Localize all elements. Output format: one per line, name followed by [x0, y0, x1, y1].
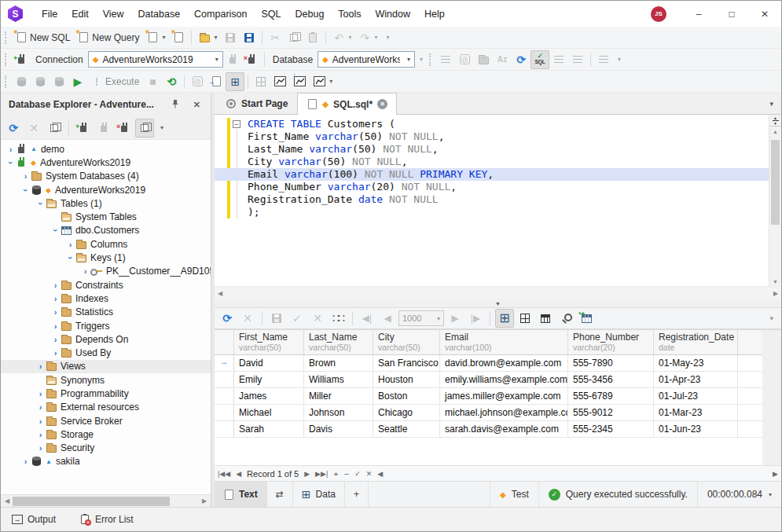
column-header-city[interactable]: Cityvarchar(50) — [373, 330, 440, 354]
grid-cell[interactable]: 01-Jul-23 — [654, 388, 738, 404]
grid-cell[interactable]: David — [234, 355, 304, 371]
menu-help[interactable]: Help — [417, 1, 452, 27]
grid-cell[interactable]: 555-6789 — [568, 388, 654, 404]
tree-item-keys-1[interactable]: ›Keys (1) — [1, 251, 211, 264]
grid-cell[interactable]: Boston — [373, 388, 440, 404]
output-button[interactable]: → Output — [12, 514, 56, 525]
tree-item-statistics[interactable]: ›Statistics — [1, 306, 211, 319]
word-wrap-button[interactable] — [594, 50, 613, 69]
tree-item-tables-1[interactable]: ›Tables (1) — [1, 196, 211, 210]
open-file-button[interactable]: ▾ — [195, 28, 221, 47]
tree-item-indexes[interactable]: ›Indexes — [1, 292, 211, 305]
database-combo[interactable]: ◆AdventureWorks20...▾ — [318, 51, 415, 68]
grid-cell[interactable]: 01-Mar-23 — [654, 405, 738, 420]
expander-icon[interactable]: › — [51, 226, 61, 236]
duplicate-button[interactable] — [135, 119, 154, 138]
stop-button[interactable]: ■ — [143, 72, 162, 91]
expander-icon[interactable]: › — [80, 266, 90, 276]
user-avatar[interactable]: JS — [651, 6, 666, 22]
tab-data[interactable]: ⊞ Data — [293, 482, 345, 507]
new-sql-button[interactable]: *New SQL — [12, 28, 74, 47]
column-header-first_name[interactable]: First_Namevarchar(50) — [234, 330, 304, 354]
save-button[interactable] — [221, 28, 240, 47]
refresh-grid-button[interactable]: ⟳ — [218, 309, 237, 328]
grid-cell[interactable]: Brown — [304, 355, 373, 371]
indent-button[interactable] — [568, 50, 587, 69]
tree-item-used-by[interactable]: ›Used By — [1, 346, 211, 359]
next-page-button[interactable]: ▶ — [446, 309, 464, 328]
new-query-button[interactable]: *New Query — [74, 28, 143, 47]
windows-button[interactable] — [45, 119, 64, 138]
grid-cell[interactable]: 01-Apr-23 — [654, 372, 738, 387]
execute-special-button[interactable]: !Execute — [87, 72, 143, 91]
connect-button[interactable] — [223, 50, 242, 69]
menu-database[interactable]: Database — [131, 1, 188, 27]
expander-icon[interactable]: › — [36, 198, 46, 208]
grid-cell[interactable]: 555-3456 — [568, 372, 654, 387]
card-view-button[interactable] — [516, 309, 534, 328]
tree-item-depends-on[interactable]: ›Depends On — [1, 332, 211, 346]
new-table-button[interactable]: ⊞ — [226, 72, 244, 91]
expander-icon[interactable]: › — [50, 348, 61, 358]
add-result-tab-button[interactable]: + — [345, 482, 369, 507]
swap-view-button[interactable]: ⇄ — [267, 482, 293, 507]
maximize-button[interactable]: □ — [715, 1, 748, 27]
export-data-button[interactable] — [267, 309, 286, 328]
script-doc-button[interactable]: → — [207, 72, 226, 91]
explorer-more-button[interactable]: ▾ — [156, 119, 167, 138]
expander-icon[interactable]: › — [50, 281, 61, 290]
tree-item-views[interactable]: ›Views — [1, 360, 211, 373]
last-record-icon[interactable]: ▶▶| — [315, 470, 328, 478]
expander-icon[interactable]: › — [65, 240, 75, 249]
scroll-left-icon[interactable]: ◀ — [215, 290, 226, 297]
grid-cell[interactable]: 555-9012 — [568, 405, 654, 420]
results-more-caret-icon[interactable]: ▾ — [769, 314, 773, 322]
tree-item-pk-customer-a9d1053[interactable]: ›PK__Customer__A9D1053 — [1, 265, 211, 278]
tree-item-sakila[interactable]: ›▲sakila — [1, 455, 211, 468]
tree-item-storage[interactable]: ›Storage — [1, 427, 211, 441]
new-file-button[interactable]: * — [169, 28, 188, 47]
format-button[interactable]: @ — [455, 50, 474, 69]
export-grid-button[interactable]: ↪ — [577, 309, 596, 328]
results-collapse-handle[interactable]: ▼ — [215, 299, 781, 307]
minimize-button[interactable]: – — [682, 1, 715, 27]
first-record-icon[interactable]: |◀◀ — [218, 470, 230, 478]
expander-icon[interactable]: › — [35, 389, 46, 398]
delete-record-icon[interactable]: − — [344, 469, 349, 479]
database-more-button[interactable]: ▾ — [415, 50, 427, 69]
new-connection-button[interactable]: + — [74, 119, 93, 138]
column-header-last_name[interactable]: Last_Namevarchar(50) — [304, 330, 373, 354]
menu-sql[interactable]: SQL — [254, 1, 288, 27]
scroll-right-icon[interactable]: ▶ — [199, 497, 210, 504]
cut-button[interactable]: ✂ — [266, 28, 285, 47]
scroll-right-icon[interactable]: ▶ — [770, 290, 781, 297]
tree-item-constraints[interactable]: ›Constraints — [1, 278, 211, 292]
menu-file[interactable]: File — [35, 1, 64, 27]
scroll-thumb[interactable] — [771, 140, 780, 225]
first-page-button[interactable]: ◀| — [358, 309, 376, 328]
expander-icon[interactable]: › — [50, 335, 61, 344]
menu-debug[interactable]: Debug — [288, 1, 332, 27]
grid-cell[interactable]: Emily — [234, 372, 304, 387]
tree-item-programmability[interactable]: ›Programmability — [1, 387, 211, 400]
rollback-button[interactable]: ✕ — [308, 309, 327, 328]
grid-cell[interactable]: 01-May-23 — [654, 355, 738, 371]
connect-button[interactable] — [94, 119, 113, 138]
snippets-button[interactable] — [474, 50, 493, 69]
grid-cell[interactable]: david.brown@example.com — [440, 355, 568, 371]
grid-cell[interactable]: james.miller@example.com — [440, 388, 568, 404]
disconnect-button[interactable]: × — [242, 50, 261, 69]
tree-item-service-broker[interactable]: ›Service Broker — [1, 414, 211, 427]
comment-button[interactable] — [436, 50, 455, 69]
tree-item-columns[interactable]: ›Columns — [1, 237, 211, 251]
grid-view-button[interactable]: ⊞ — [495, 309, 514, 328]
expander-icon[interactable]: › — [35, 416, 46, 426]
chart-export-button[interactable]: ▾ — [310, 72, 336, 91]
scroll-right-icon[interactable]: ▶ — [773, 470, 778, 478]
scroll-thumb[interactable] — [13, 497, 170, 506]
tree-item-synonyms[interactable]: Synonyms — [1, 373, 211, 387]
grid-cell[interactable]: San Francisco — [373, 355, 440, 371]
validate-sql-button[interactable]: ✓SQL — [531, 50, 549, 69]
tree-item-dbo-customers[interactable]: ›dbo.Customers — [1, 224, 211, 237]
editor-more-button[interactable]: ▾ — [613, 50, 625, 69]
